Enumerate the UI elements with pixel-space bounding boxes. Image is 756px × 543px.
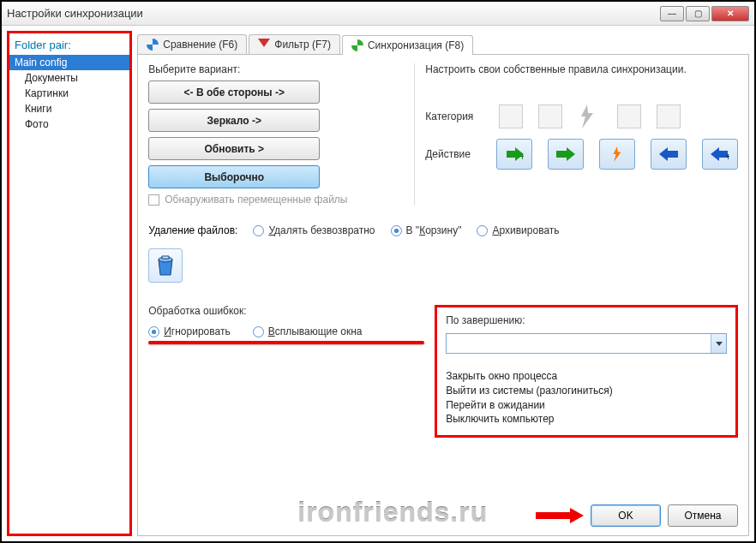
errors-popup-radio[interactable]: Всплывающие окна [253, 325, 363, 337]
rules-desc: Настроить свои собственные правила синхр… [425, 63, 738, 75]
on-completion-label: По завершению: [446, 314, 727, 326]
svg-marker-0 [581, 104, 593, 128]
variant-mirror-button[interactable]: Зеркало -> [148, 109, 320, 132]
trash-icon [155, 254, 176, 277]
delete-label: Удаление файлов: [148, 224, 237, 236]
maximize-button[interactable]: ▢ [686, 6, 710, 21]
sidebar-item-pictures[interactable]: Картинки [9, 86, 129, 101]
ok-button[interactable]: OK [591, 504, 661, 527]
radio-icon [477, 225, 488, 236]
action-copy-right-new-button[interactable]: + [702, 139, 738, 170]
completion-option[interactable]: Перейти в ожидании [446, 398, 727, 413]
svg-text:+: + [725, 151, 729, 162]
on-completion-box: По завершению: Закрыть окно процесса Вый… [435, 305, 738, 438]
delete-recycle-radio[interactable]: В "Корзину" [391, 224, 462, 236]
category-conflict-icon [578, 104, 602, 128]
sidebar-item-documents[interactable]: Документы [9, 70, 129, 86]
sidebar-item-main[interactable]: Main config [9, 55, 129, 70]
variant-both-button[interactable]: <- В обе стороны -> [148, 81, 320, 104]
variant-custom-button[interactable]: Выборочно [148, 165, 320, 188]
funnel-icon [258, 39, 270, 51]
errors-label: Обработка ошибкок: [148, 305, 424, 317]
on-completion-combo[interactable] [446, 333, 727, 354]
variant-update-button[interactable]: Обновить > [148, 137, 320, 160]
gear-green-icon [351, 39, 363, 51]
sidebar-item-books[interactable]: Книги [9, 101, 129, 116]
delete-permanent-radio[interactable]: Удалять безвозвратно [253, 224, 375, 236]
category-left-newer-icon [538, 104, 562, 128]
tabs: Сравнение (F6) Фильтр (F7) Синхронизация… [137, 31, 749, 55]
completion-option[interactable]: Выключить компьютер [446, 412, 727, 427]
checkbox-icon [148, 194, 159, 206]
tab-filter[interactable]: Фильтр (F7) [249, 34, 340, 54]
minimize-button[interactable]: — [660, 6, 684, 21]
completion-option[interactable]: Закрыть окно процесса [446, 369, 727, 384]
watermark: ironfriends.ru [297, 497, 488, 528]
radio-icon [391, 225, 402, 236]
folder-pair-sidebar: Folder pair: Main config Документы Карти… [7, 31, 132, 536]
tab-sync[interactable]: Синхронизация (F8) [342, 35, 473, 55]
recycle-bin-button[interactable] [148, 248, 183, 283]
titlebar: Настройки синхронизации — ▢ ✕ [2, 2, 754, 26]
category-right-only-icon [657, 104, 681, 128]
category-left-only-icon [499, 104, 523, 128]
errors-ignore-radio[interactable]: Игнорировать [148, 325, 230, 337]
action-conflict-button[interactable] [599, 139, 635, 170]
gear-icon [147, 39, 159, 51]
action-copy-left-new-button[interactable]: + [496, 139, 532, 170]
delete-archive-radio[interactable]: Архивировать [477, 224, 559, 236]
action-copy-left-button[interactable] [548, 139, 584, 170]
detect-moved-checkbox[interactable]: Обнаруживать перемещенные файлы [148, 194, 414, 206]
category-label: Категория [425, 110, 473, 122]
radio-icon [253, 225, 264, 236]
completion-option[interactable]: Выйти из системы (разлогиниться) [446, 384, 727, 398]
radio-icon [148, 326, 159, 337]
variant-label: Выберите вариант: [148, 63, 414, 75]
annotation-arrow-icon [536, 508, 584, 523]
svg-marker-4 [614, 146, 621, 162]
svg-marker-9 [536, 508, 584, 523]
action-label: Действие [425, 148, 471, 160]
close-button[interactable]: ✕ [711, 6, 749, 21]
svg-text:+: + [519, 151, 524, 162]
sidebar-item-photo[interactable]: Фото [9, 116, 129, 132]
sidebar-heading: Folder pair: [9, 37, 129, 55]
chevron-down-icon [711, 334, 726, 353]
radio-icon [253, 326, 264, 337]
category-right-newer-icon [617, 104, 641, 128]
cancel-button[interactable]: Отмена [668, 504, 738, 527]
action-copy-right-button[interactable] [651, 139, 687, 170]
annotation-underline [148, 341, 424, 344]
svg-marker-3 [556, 147, 575, 161]
tab-compare[interactable]: Сравнение (F6) [137, 34, 247, 54]
svg-marker-5 [659, 147, 678, 161]
window-title: Настройки синхронизации [7, 7, 660, 20]
